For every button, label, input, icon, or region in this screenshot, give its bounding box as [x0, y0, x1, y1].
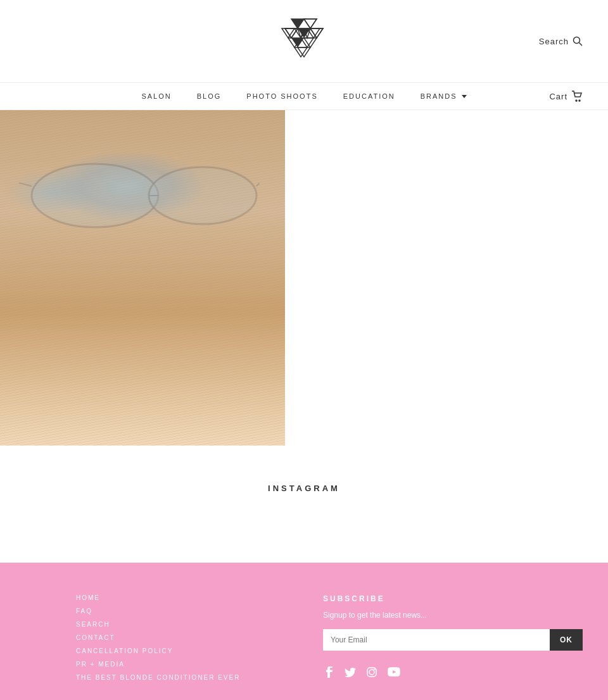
- footer-nav-area: HOME FAQ SEARCH CONTACT CANCELLATION POL…: [25, 594, 285, 700]
- cart-icon: [571, 91, 583, 102]
- svg-point-30: [369, 670, 374, 675]
- footer: HOME FAQ SEARCH CONTACT CANCELLATION POL…: [0, 563, 608, 700]
- svg-point-20: [574, 37, 580, 44]
- nav-blog[interactable]: BLOG: [197, 83, 222, 109]
- svg-line-21: [580, 43, 583, 46]
- footer-subscribe-area: SUBSCRIBE Signup to get the latest news.…: [323, 594, 583, 700]
- svg-point-25: [149, 167, 256, 224]
- main-nav: SALON BLOG PHOTO SHOOTS EDUCATION BRANDS…: [0, 83, 608, 110]
- instagram-icon[interactable]: [366, 666, 377, 681]
- chevron-down-icon: [462, 95, 467, 98]
- hero-image: [0, 110, 285, 446]
- instagram-section: INSTAGRAM: [0, 446, 608, 563]
- logo[interactable]: [276, 13, 332, 70]
- svg-marker-3: [304, 19, 317, 28]
- sunglasses-overlay: [19, 161, 260, 237]
- footer-link-pr-media[interactable]: PR + MEDIA: [76, 661, 285, 668]
- search-button[interactable]: Search: [539, 36, 583, 46]
- nav-brands[interactable]: BRANDS: [421, 83, 467, 109]
- subscribe-form: OK: [323, 629, 583, 651]
- twitter-icon[interactable]: [345, 666, 356, 681]
- email-input[interactable]: [323, 629, 550, 651]
- footer-link-contact[interactable]: CONTACT: [76, 634, 285, 641]
- instagram-title: INSTAGRAM: [25, 484, 583, 493]
- nav-photo-shoots[interactable]: PHOTO SHOOTS: [246, 83, 317, 109]
- svg-point-22: [576, 100, 577, 101]
- subscribe-description: Signup to get the latest news...: [323, 611, 583, 620]
- svg-point-31: [374, 669, 375, 670]
- svg-point-24: [32, 164, 158, 227]
- hero-section: [0, 110, 608, 446]
- nav-links: SALON BLOG PHOTO SHOOTS EDUCATION BRANDS: [25, 83, 583, 109]
- svg-point-23: [579, 100, 580, 101]
- header: Search: [0, 0, 608, 83]
- youtube-icon[interactable]: [388, 666, 400, 681]
- nav-salon[interactable]: SALON: [141, 83, 171, 109]
- svg-line-28: [256, 183, 260, 186]
- cart-button[interactable]: Cart: [549, 91, 583, 102]
- cart-label: Cart: [549, 92, 567, 101]
- search-icon: [573, 36, 583, 46]
- footer-link-cancellation[interactable]: CANCELLATION POLICY: [76, 647, 285, 654]
- footer-link-search[interactable]: SEARCH: [76, 621, 285, 628]
- search-label: Search: [539, 37, 569, 46]
- footer-nav: HOME FAQ SEARCH CONTACT CANCELLATION POL…: [76, 594, 285, 681]
- nav-education[interactable]: EDUCATION: [343, 83, 395, 109]
- facebook-icon[interactable]: [323, 666, 334, 681]
- svg-line-27: [19, 183, 32, 186]
- social-icons: [323, 666, 583, 681]
- logo-icon: [276, 13, 332, 70]
- svg-marker-13: [304, 19, 317, 28]
- subscribe-title: SUBSCRIBE: [323, 594, 583, 603]
- subscribe-button[interactable]: OK: [550, 629, 583, 651]
- footer-link-home[interactable]: HOME: [76, 594, 285, 601]
- footer-link-best-blonde[interactable]: THE BEST BLONDE CONDITIONER EVER: [76, 674, 285, 681]
- svg-marker-12: [291, 19, 304, 28]
- footer-link-faq[interactable]: FAQ: [76, 608, 285, 615]
